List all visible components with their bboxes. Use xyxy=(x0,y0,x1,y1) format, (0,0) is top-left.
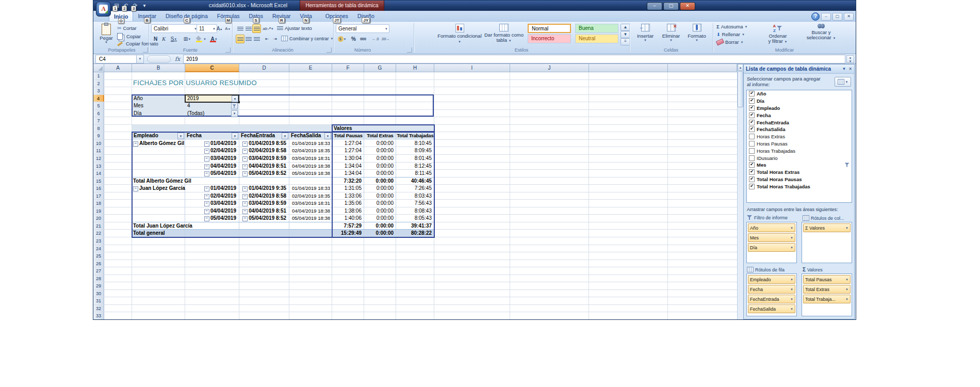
cell-pausas[interactable]: 15:29:49 xyxy=(332,230,362,237)
cell-trabajadas[interactable]: 8:11:45 xyxy=(396,170,432,178)
cell-fecha-salida[interactable]: 04/04/2019 18:38 xyxy=(289,163,330,170)
cell-trabajadas[interactable]: 8:03:43 xyxy=(396,192,432,200)
checkbox-checked[interactable]: ✔ xyxy=(749,184,755,189)
filter-label-día[interactable]: Día xyxy=(134,110,142,118)
tab-fórmulas[interactable]: FórmulasM xyxy=(213,11,244,21)
bold-button[interactable]: N xyxy=(151,35,160,43)
collapse-icon[interactable]: − xyxy=(204,156,209,162)
tab-insertar[interactable]: InsertarB xyxy=(133,11,161,21)
column-header-I[interactable]: I xyxy=(434,64,510,72)
cell-extras[interactable]: 0:00:00 xyxy=(364,147,394,155)
style-normal[interactable]: Normal xyxy=(528,24,571,33)
collapse-icon[interactable]: − xyxy=(242,141,248,147)
area-report-filter[interactable]: Año▼Mes▼Día▼ xyxy=(746,222,797,263)
field-item-idusuario[interactable]: IDusuario xyxy=(747,154,852,162)
copy-button[interactable]: Copiar xyxy=(117,33,141,40)
area-field-fecha[interactable]: Fecha▼ xyxy=(748,285,795,294)
insert-cells-button[interactable]: ← Insertar▼ xyxy=(633,24,658,42)
cell-fecha-salida[interactable]: 05/04/2019 18:38 xyxy=(289,170,330,178)
dialog-launcher-fuente[interactable] xyxy=(225,47,231,53)
filter-value[interactable]: 4 xyxy=(187,102,190,110)
cell-pausas[interactable]: 1:33:06 xyxy=(332,192,362,200)
cell-fecha[interactable]: −02/04/2019 xyxy=(185,147,236,155)
cell-fecha-entrada[interactable]: −05/04/2019 8:52 xyxy=(239,170,286,178)
cell-fecha[interactable]: −05/04/2019 xyxy=(185,215,236,222)
cell-trabajadas[interactable]: 8:10:45 xyxy=(396,140,432,148)
cell-fecha-salida[interactable]: 01/04/2019 18:33 xyxy=(289,140,330,148)
cell-trabajadas[interactable]: 40:46:45 xyxy=(396,178,432,185)
orientation-button[interactable]: ab↗▼ xyxy=(263,24,274,33)
cell-trabajadas[interactable]: 80:28:22 xyxy=(396,230,432,237)
dialog-launcher-portapapeles[interactable] xyxy=(143,47,148,53)
name-box-dropdown-icon[interactable]: ▼ xyxy=(137,55,144,63)
cell-trabajadas[interactable]: 39:41:37 xyxy=(396,222,432,230)
cell-fecha-entrada[interactable]: −03/04/2019 8:59 xyxy=(239,200,286,207)
sort-filter-button[interactable]: AZ Ordenary filtrar ▼ xyxy=(761,24,795,44)
cell-pausas[interactable]: 1:27:04 xyxy=(332,147,362,155)
customize-button[interactable]: ▾ xyxy=(140,1,149,9)
area-field-totalpausas[interactable]: Total Pausas▼ xyxy=(803,275,851,284)
area-field-mes[interactable]: Mes▼ xyxy=(748,233,795,242)
filter-funnel-button[interactable] xyxy=(231,103,238,109)
collapse-icon[interactable]: − xyxy=(242,156,248,162)
area-values[interactable]: Total Pausas▼Total Extras▼Total Trabaja.… xyxy=(802,273,852,316)
underline-button[interactable]: S▼ xyxy=(168,35,180,43)
number-format-combo[interactable]: General▼ xyxy=(336,24,389,33)
cell-fecha[interactable]: −02/04/2019 xyxy=(185,192,236,200)
pane-menu-icon[interactable]: ▼ xyxy=(842,67,846,71)
autosum-button[interactable]: ΣAutosuma▼ xyxy=(716,24,747,29)
scroll-up-icon[interactable]: ▲ xyxy=(738,64,743,71)
checkbox-checked[interactable]: ✔ xyxy=(749,91,755,96)
collapse-icon[interactable]: − xyxy=(204,141,209,147)
cell-fecha[interactable]: −01/04/2019 xyxy=(185,140,236,148)
font-name-combo[interactable]: Calibri▼ xyxy=(151,24,199,33)
borders-button[interactable]: ⊞▼ xyxy=(181,35,193,43)
cell-extras[interactable]: 0:00:00 xyxy=(364,155,394,163)
field-item-mes[interactable]: ✔Mes xyxy=(747,162,852,169)
collapse-icon[interactable]: − xyxy=(204,194,209,199)
area-field-ao[interactable]: Año▼ xyxy=(748,223,795,232)
close-button[interactable]: ✕ xyxy=(680,2,695,10)
cell-extras[interactable]: 0:00:00 xyxy=(364,215,394,222)
area-column-labels[interactable]: Σ Valores▼ xyxy=(802,222,852,263)
cell-extras[interactable]: 0:00:00 xyxy=(364,230,394,237)
cell-trabajadas[interactable]: 8:05:43 xyxy=(396,215,432,222)
collapse-icon[interactable]: − xyxy=(204,149,209,154)
collapse-icon[interactable]: − xyxy=(242,186,248,191)
cell-fecha-salida[interactable]: 03/04/2019 18:31 xyxy=(289,200,330,207)
cell-total-label[interactable]: Total Alberto Gómez Gil xyxy=(133,178,191,185)
increase-indent-button[interactable]: ⇥ xyxy=(271,35,280,43)
column-header-H[interactable]: H xyxy=(396,64,434,72)
field-item-año[interactable]: ✔Año xyxy=(747,90,852,98)
cell-fecha-salida[interactable]: 02/04/2019 18:35 xyxy=(289,192,330,200)
checkbox[interactable] xyxy=(749,141,755,147)
save-button[interactable]: ▤1 xyxy=(112,1,121,9)
insert-function-button[interactable]: fx xyxy=(175,56,180,62)
checkbox-checked[interactable]: ✔ xyxy=(749,112,755,118)
scroll-thumb[interactable] xyxy=(738,71,743,107)
dialog-launcher-numero[interactable] xyxy=(407,47,412,53)
cell-fecha-salida[interactable]: 03/04/2019 18:31 xyxy=(289,155,330,163)
area-row-labels[interactable]: Empleado▼Fecha▼FechaEntrada▼FechaSalida▼ xyxy=(746,273,797,316)
cell-pausas[interactable]: 1:35:06 xyxy=(332,200,362,207)
expand-formula-bar-button[interactable]: ▼▼ xyxy=(846,55,854,63)
style-neutral[interactable]: Neutral xyxy=(575,34,618,43)
cell-dropdown-button[interactable]: ▼ xyxy=(232,95,238,102)
collapse-icon[interactable]: − xyxy=(204,209,209,214)
cell-fecha[interactable]: −01/04/2019 xyxy=(185,185,236,192)
column-header-A[interactable]: A xyxy=(104,64,132,72)
field-item-día[interactable]: ✔Día xyxy=(747,98,852,105)
format-as-table-button[interactable]: Dar formato como tabla ▼ xyxy=(484,24,524,43)
cell-fecha[interactable]: −03/04/2019 xyxy=(185,200,236,207)
cell-fecha-entrada[interactable]: −04/04/2019 8:51 xyxy=(239,163,286,170)
increase-decimal-button[interactable]: ←.0 xyxy=(370,35,381,43)
cell-fecha[interactable]: −05/04/2019 xyxy=(185,170,236,178)
pivot-header-dropdown[interactable]: ▼ xyxy=(177,133,184,139)
collapse-icon[interactable]: − xyxy=(133,186,138,191)
area-field-empleado[interactable]: Empleado▼ xyxy=(748,275,795,284)
redo-button[interactable]: ↷3 xyxy=(130,1,140,9)
filter-value[interactable]: (Todas) xyxy=(187,110,204,118)
cell-fecha-salida[interactable]: 01/04/2019 18:33 xyxy=(289,185,330,192)
area-field-fechasalida[interactable]: FechaSalida▼ xyxy=(748,304,795,313)
cell-fecha-entrada[interactable]: −01/04/2019 8:55 xyxy=(239,140,286,148)
